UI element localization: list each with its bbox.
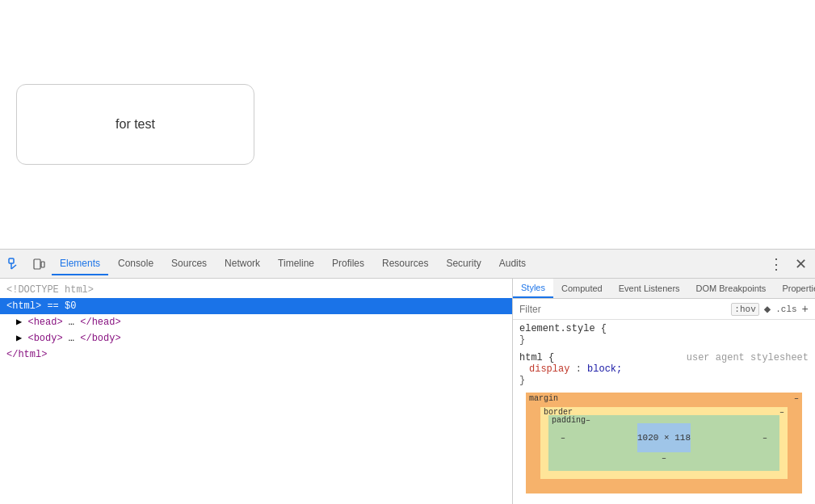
html-display-prop: display : block; (519, 363, 809, 375)
html-style-block: html { user agent stylesheet display : b… (519, 352, 809, 386)
tab-resources[interactable]: Resources (374, 253, 436, 275)
tab-event-listeners[interactable]: Event Listeners (611, 279, 688, 298)
tab-security[interactable]: Security (438, 253, 489, 275)
box-margin: margin – border – padding– – 1020 × 118 (526, 393, 802, 494)
padding-label: padding– (552, 416, 590, 425)
display-prop-name: display (529, 363, 569, 375)
tab-styles[interactable]: Styles (513, 279, 553, 298)
box-bottom-dash: – (557, 452, 771, 463)
element-style-close: } (519, 334, 809, 346)
element-style-block: element.style { } (519, 323, 809, 346)
element-style-selector: element.style { (519, 323, 809, 334)
styles-filter-bar: :hov ◆ .cls + (513, 299, 815, 320)
tab-dom-breakpoints[interactable]: DOM Breakpoints (688, 279, 775, 298)
dom-head[interactable]: ▶ <head> … </head> (0, 314, 512, 330)
inspector-button[interactable] (3, 253, 26, 275)
head-tag: <head> (27, 317, 62, 328)
dom-doctype: <!DOCTYPE html> (0, 282, 512, 298)
head-close-tag: </head> (80, 317, 120, 328)
body-expand-icon: ▶ (16, 333, 27, 344)
test-box: for test (16, 84, 254, 165)
margin-label: margin (529, 394, 558, 403)
display-colon: : (576, 363, 587, 375)
dom-panel: <!DOCTYPE html> <html> == $0 ▶ <head> … … (0, 279, 513, 504)
cls-button[interactable]: .cls (775, 304, 796, 314)
styles-tabs: Styles Computed Event Listeners DOM Brea… (513, 279, 815, 299)
styles-content: element.style { } html { user agent styl… (513, 320, 815, 504)
hov-button[interactable]: :hov (731, 303, 758, 316)
tab-timeline[interactable]: Timeline (270, 253, 322, 275)
body-ellipsis: … (69, 333, 74, 344)
element-style-close-brace: } (519, 334, 525, 346)
box-content: 1020 × 118 (637, 423, 691, 452)
svg-line-2 (11, 265, 16, 269)
dom-html-close: </html> (0, 346, 512, 363)
box-left-dash: – (557, 434, 569, 443)
tab-console[interactable]: Console (110, 253, 162, 275)
close-devtools-button[interactable]: ✕ (789, 253, 812, 275)
html-equals: == (47, 300, 65, 312)
styles-panel: Styles Computed Event Listeners DOM Brea… (513, 279, 815, 504)
box-right-dash: – (758, 434, 771, 443)
more-options-icon: ⋮ (769, 255, 783, 273)
box-content-row: – 1020 × 118 – (557, 423, 771, 452)
html-style-close-brace: } (519, 375, 525, 386)
diamond-icon[interactable]: ◆ (764, 302, 771, 316)
display-prop-value: block; (587, 363, 622, 375)
svg-rect-0 (9, 258, 14, 263)
styles-filter-input[interactable] (519, 304, 726, 315)
body-tag: <body> (27, 333, 62, 344)
box-border: border – padding– – 1020 × 118 – (540, 407, 788, 479)
close-icon: ✕ (795, 255, 807, 273)
tab-elements[interactable]: Elements (52, 253, 108, 275)
body-close-tag: </body> (80, 333, 120, 344)
head-ellipsis: … (69, 317, 74, 328)
box-padding: padding– – 1020 × 118 – – (548, 415, 779, 471)
html-style-header: html { user agent stylesheet (519, 352, 809, 363)
devtools-panel: Elements Console Sources Network Timelin… (0, 249, 815, 504)
tab-network[interactable]: Network (216, 253, 268, 275)
svg-rect-3 (34, 259, 40, 269)
more-options-button[interactable]: ⋮ (765, 253, 788, 275)
test-box-label: for test (116, 117, 155, 132)
html-close-tag: </html> (6, 349, 47, 360)
dom-html-selected[interactable]: <html> == $0 (0, 298, 512, 314)
box-model: margin – border – padding– – 1020 × 118 (526, 393, 802, 494)
svg-rect-4 (41, 262, 44, 267)
tab-audits[interactable]: Audits (491, 253, 534, 275)
html-open-tag: <html> (6, 300, 41, 312)
border-dash: – (779, 408, 784, 417)
add-style-button[interactable]: + (802, 303, 809, 316)
margin-dash: – (794, 394, 799, 403)
user-agent-comment: user agent stylesheet (687, 352, 809, 363)
device-toggle-button[interactable] (27, 253, 50, 275)
box-content-size: 1020 × 118 (637, 433, 691, 443)
devtools-toolbar: Elements Console Sources Network Timelin… (0, 250, 815, 279)
tab-sources[interactable]: Sources (163, 253, 215, 275)
tab-profiles[interactable]: Profiles (324, 253, 372, 275)
element-style-selector-text: element.style { (519, 323, 607, 334)
tab-computed[interactable]: Computed (553, 279, 611, 298)
html-dollar: $0 (65, 300, 76, 312)
doctype-text: <!DOCTYPE html> (6, 284, 94, 296)
devtools-main: <!DOCTYPE html> <html> == $0 ▶ <head> … … (0, 279, 815, 504)
browser-viewport: for test (0, 0, 815, 249)
html-style-close: } (519, 375, 809, 386)
head-expand-icon: ▶ (16, 317, 27, 328)
html-selector: html { (519, 352, 554, 363)
dom-body[interactable]: ▶ <body> … </body> (0, 330, 512, 346)
tab-properties[interactable]: Properties (774, 279, 815, 298)
